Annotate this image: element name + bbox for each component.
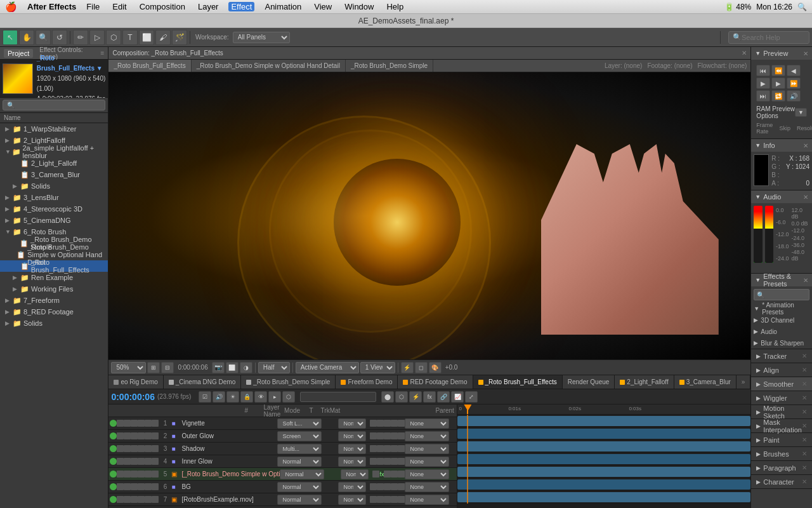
layer-1-audio[interactable] — [117, 420, 124, 427]
effects-presets-close[interactable]: ✕ — [803, 277, 808, 284]
tl-tab-light[interactable]: 2_Light_Falloff — [615, 375, 674, 389]
tl-motion-blur-btn[interactable]: ⬤ — [381, 391, 394, 403]
project-search-input[interactable] — [3, 100, 105, 110]
menu-help[interactable]: Help — [384, 2, 406, 11]
track-3-bar[interactable] — [457, 441, 750, 451]
layer-2-quality[interactable] — [145, 432, 152, 439]
tree-item-camera-blur[interactable]: 📋 3_Camera_Blur — [0, 169, 108, 180]
tree-item-red[interactable]: ▶📁 8_RED Footage — [0, 306, 108, 318]
tl-tab-cinema[interactable]: _Cinema DNG Demo — [164, 375, 241, 389]
menu-effect[interactable]: Effect — [228, 2, 254, 11]
prev-next1[interactable]: ▶ — [771, 77, 785, 89]
layer-1-vis[interactable] — [110, 420, 117, 427]
camera-select[interactable]: Active Camera — [296, 362, 359, 373]
layer-1-solo[interactable] — [124, 420, 131, 427]
menu-composition[interactable]: Composition — [137, 2, 188, 11]
brushes-close[interactable]: ✕ — [802, 450, 807, 457]
layer-7[interactable]: 7 ▣ [RotoBrushExample.mov] Normal None N… — [108, 493, 457, 506]
layer-6-parent[interactable]: None — [405, 482, 449, 492]
tl-hide-btn[interactable]: 👁 — [254, 391, 267, 403]
layer-2-audio[interactable] — [117, 432, 124, 439]
fit-button[interactable]: ⊞ — [147, 362, 160, 373]
layer-2[interactable]: 2 ■ Outer Glow Screen None None — [108, 430, 457, 443]
tl-solo-btn[interactable]: ☀ — [226, 391, 239, 403]
tl-tab-camera[interactable]: 3_Camera_Blur — [674, 375, 737, 389]
playhead-marker[interactable] — [467, 404, 468, 414]
tree-item-solids[interactable]: ▶📁 Solids — [0, 180, 108, 192]
menu-window[interactable]: Window — [342, 2, 376, 11]
tl-audio-btn[interactable]: 🔊 — [213, 391, 225, 403]
effect-item-blur[interactable]: ▶ Blur & Sharpen — [751, 337, 812, 349]
layer-2-collapse[interactable] — [138, 432, 145, 439]
timeline-ruler[interactable]: 0 0:01s 0:02s 0:03s — [457, 404, 750, 415]
tl-tab-roto-full[interactable]: _Roto Brush_Full_Effects — [473, 375, 563, 389]
layer-5-parent[interactable]: None — [405, 469, 449, 479]
layer-4-trk[interactable]: None — [338, 457, 366, 467]
effects-presets-header[interactable]: ▼ Effects & Presets ✕ — [751, 274, 812, 286]
tl-tab-freeform[interactable]: Freeform Demo — [336, 375, 398, 389]
menu-file[interactable]: File — [84, 2, 102, 11]
layer-5-trk[interactable]: None — [341, 469, 369, 479]
info-close[interactable]: ✕ — [803, 142, 808, 149]
wiggler-close[interactable]: ✕ — [802, 394, 807, 401]
menu-layer[interactable]: Layer — [195, 2, 221, 11]
render-preview-btn[interactable]: ⚡ — [401, 362, 414, 373]
track-7-bar[interactable] — [457, 492, 750, 502]
tl-overflow[interactable]: » — [737, 375, 751, 389]
prev-first[interactable]: ⏮ — [756, 65, 770, 76]
track-2-bar[interactable] — [457, 429, 750, 439]
search-help-input[interactable] — [742, 34, 805, 41]
prev-back1[interactable]: ◀ — [787, 65, 801, 76]
region-btn[interactable]: ⬜ — [226, 362, 239, 373]
tab-roto-demo2[interactable]: _Roto Brush_Demo Simple w Optional Hand … — [192, 60, 346, 72]
tl-tab-render[interactable]: Render Queue — [563, 375, 615, 389]
tl-snap-btn[interactable]: 🔗 — [437, 391, 450, 403]
motion-sketch-section[interactable]: ▶ Motion Sketch ✕ — [751, 405, 812, 419]
tool-mask[interactable]: ⬡ — [106, 30, 121, 45]
motion-sketch-close[interactable]: ✕ — [802, 408, 807, 415]
tracker-close[interactable]: ✕ — [802, 352, 807, 359]
tree-item-simple-lf[interactable]: ▼📁 2a_simple Lightfalloff + lensblur — [0, 146, 108, 157]
tl-lock-btn[interactable]: 🔒 — [240, 391, 253, 403]
tree-item-freeform[interactable]: ▶📁 7_Freeform — [0, 295, 108, 306]
layer-1-lock[interactable] — [131, 420, 138, 427]
audio-section-header[interactable]: ▼ Audio ✕ — [751, 190, 812, 203]
tree-item-warp[interactable]: ▶📁 1_WarpStabilizer — [0, 123, 108, 135]
layer-6-mode[interactable]: Normal — [277, 482, 322, 492]
grid-button[interactable]: ⊟ — [161, 362, 174, 373]
view-select[interactable]: 1 View — [360, 362, 395, 373]
project-tab[interactable]: Project — [4, 49, 33, 58]
layer-3[interactable]: 3 ■ Shadow Multi... None None — [108, 443, 457, 455]
layer-1-collapse[interactable] — [138, 420, 145, 427]
tool-rect[interactable]: ⬜ — [139, 30, 154, 45]
track-6-bar[interactable] — [457, 479, 750, 490]
tree-item-stereo[interactable]: ▶📁 4_Stereoscopic 3D — [0, 203, 108, 215]
prev-last[interactable]: ⏭ — [756, 90, 770, 102]
tl-expand-btn[interactable]: ⤢ — [465, 391, 478, 403]
tree-item-cinemadng[interactable]: ▶📁 5_CinemaDNG — [0, 215, 108, 226]
layer-2-effects[interactable] — [152, 432, 159, 439]
layer-2-solo[interactable] — [124, 432, 131, 439]
menu-animation[interactable]: Animation — [262, 2, 304, 11]
tl-tab-roto-demo[interactable]: _Roto Brush_Demo Simple — [241, 375, 336, 389]
tree-item-solids2[interactable]: ▶📁 Solids — [0, 318, 108, 329]
paint-close[interactable]: ✕ — [802, 436, 807, 443]
layer-1[interactable]: 1 ■ Vignette Soft L... None None — [108, 417, 457, 430]
zoom-select[interactable]: 50% — [111, 362, 146, 373]
workspace-select[interactable]: All Panels — [233, 32, 290, 43]
layer-2-mode[interactable]: Screen — [277, 431, 322, 441]
prev-audio[interactable]: 🔊 — [787, 90, 801, 102]
tool-shape[interactable]: ▷ — [89, 30, 105, 45]
tool-rotate[interactable]: ↺ — [52, 30, 67, 45]
layer-1-parent[interactable]: None — [405, 418, 449, 429]
tl-search[interactable] — [300, 392, 376, 402]
prev-back10[interactable]: ⏪ — [771, 65, 785, 76]
tool-text[interactable]: T — [122, 30, 138, 45]
tl-tab-eo[interactable]: eo Rig Demo — [108, 375, 163, 389]
tool-select[interactable]: ↖ — [3, 30, 18, 45]
effect-item-3d[interactable]: ▶ 3D Channel — [751, 314, 812, 326]
effect-item-audio[interactable]: ▶ Audio — [751, 326, 812, 337]
paragraph-close[interactable]: ✕ — [802, 464, 807, 471]
align-close[interactable]: ✕ — [802, 366, 807, 373]
layer-6-trk[interactable]: None — [338, 482, 366, 492]
